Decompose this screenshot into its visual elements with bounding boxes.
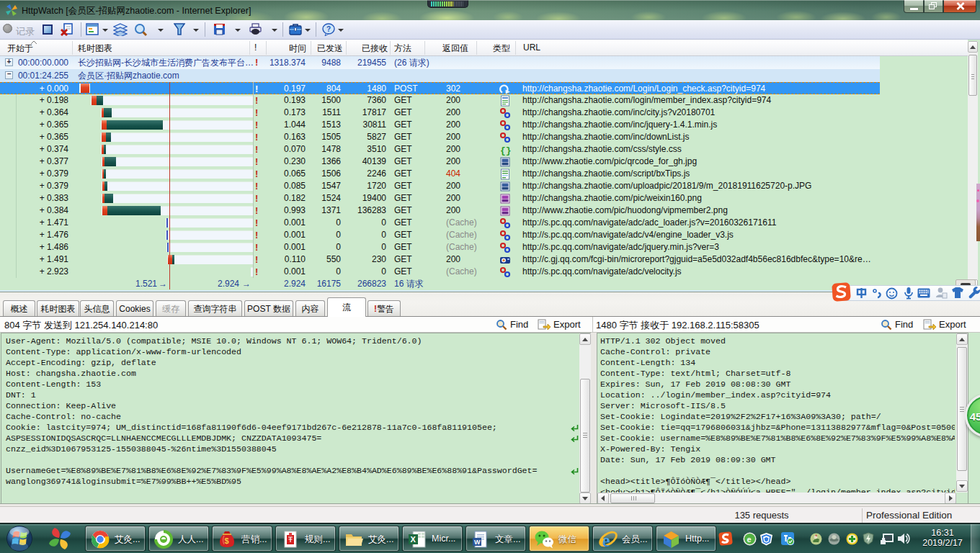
svg-text:X: X bbox=[411, 535, 416, 544]
svg-text:e: e bbox=[747, 535, 752, 544]
svg-text:$: $ bbox=[225, 536, 229, 545]
svg-text:W: W bbox=[474, 539, 481, 546]
svg-text:?: ? bbox=[326, 25, 331, 33]
svg-text:{}: {} bbox=[500, 145, 511, 156]
